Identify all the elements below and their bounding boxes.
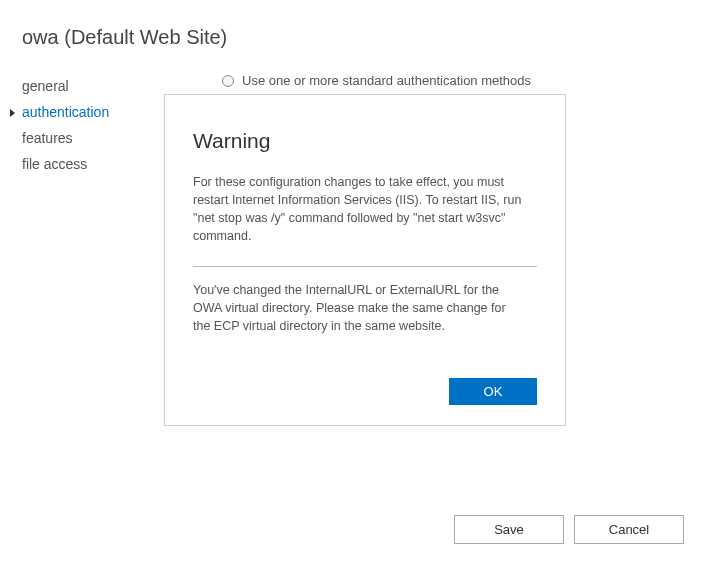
dialog-text-1: For these configuration changes to take …: [193, 173, 523, 246]
radio-icon: [222, 75, 234, 87]
warning-dialog: Warning For these configuration changes …: [164, 94, 566, 426]
ok-button[interactable]: OK: [449, 378, 537, 405]
footer-actions: Save Cancel: [454, 515, 684, 544]
save-button[interactable]: Save: [454, 515, 564, 544]
dialog-separator: [193, 266, 537, 267]
sidebar-item-label: general: [22, 78, 69, 94]
sidebar-item-label: features: [22, 130, 73, 146]
content-wrap: general authentication features file acc…: [0, 73, 710, 426]
cancel-button[interactable]: Cancel: [574, 515, 684, 544]
page-title: owa (Default Web Site): [0, 0, 710, 49]
auth-method-option[interactable]: Use one or more standard authentication …: [222, 73, 682, 88]
sidebar-item-features[interactable]: features: [22, 125, 160, 151]
sidebar-item-label: authentication: [22, 104, 109, 120]
dialog-text-2: You've changed the InternalURL or Extern…: [193, 281, 523, 335]
main-panel: Use one or more standard authentication …: [160, 73, 710, 426]
sidebar-item-file-access[interactable]: file access: [22, 151, 160, 177]
dialog-actions: OK: [193, 378, 537, 405]
sidebar-item-label: file access: [22, 156, 87, 172]
dialog-title: Warning: [193, 129, 537, 153]
sidebar-item-authentication[interactable]: authentication: [22, 99, 160, 125]
auth-method-label: Use one or more standard authentication …: [242, 73, 531, 88]
sidebar: general authentication features file acc…: [0, 73, 160, 426]
sidebar-item-general[interactable]: general: [22, 73, 160, 99]
